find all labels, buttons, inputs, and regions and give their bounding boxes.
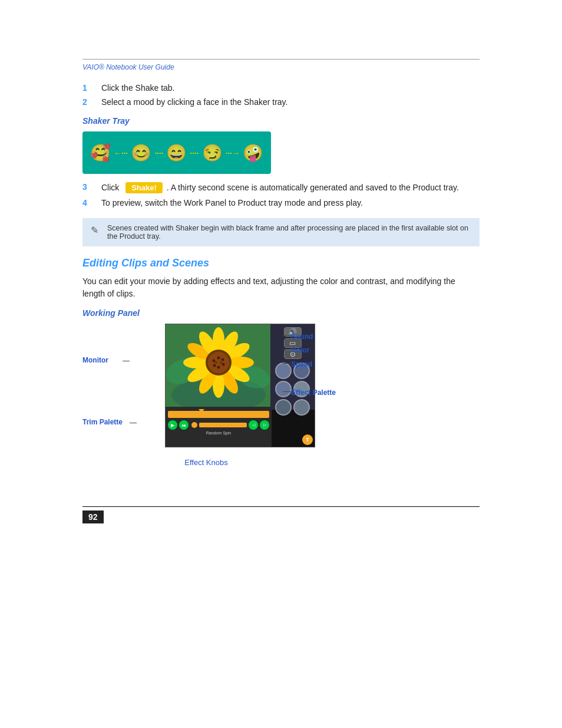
emoji-1: 🥰	[90, 143, 111, 163]
monitor-line	[123, 361, 130, 361]
effect-knobs-label: Effect Knobs	[130, 458, 283, 467]
sound-label: Sound	[291, 332, 313, 341]
monitor-label: Monitor	[82, 356, 108, 364]
sunflower-area	[166, 324, 272, 410]
step-1: 1 Click the Shake tab.	[82, 83, 480, 93]
next-button[interactable]: ⏭	[179, 420, 189, 430]
svg-point-21	[217, 366, 220, 369]
shaker-tray-image: 🥰 ←··· 😊 ···· 😄 ···· 😏 ···→ 🤪	[82, 131, 271, 174]
color-label: Color	[291, 346, 309, 354]
section-heading: Editing Clips and Scenes	[82, 257, 480, 269]
arrow-4: ···→	[226, 149, 240, 157]
shake-button[interactable]: Shake!	[125, 182, 163, 193]
effect-dot-1[interactable]	[275, 363, 292, 379]
working-panel-label: Working Panel	[82, 308, 480, 318]
svg-point-25	[220, 361, 222, 364]
step-3: 3 Click Shake! . A thirty second scene i…	[82, 182, 480, 193]
vol-up[interactable]: ▷	[260, 420, 269, 430]
progress-bar[interactable]	[199, 423, 247, 427]
trim-bar[interactable]	[168, 411, 269, 418]
emoji-3: 😄	[166, 143, 187, 163]
page-container: VAIO® Notebook User Guide 1 Click the Sh…	[0, 59, 562, 728]
play-button[interactable]: ▶	[168, 420, 177, 430]
working-panel-diagram: 🔊 ▭ ⊙	[82, 324, 480, 483]
effect-dot-6[interactable]	[293, 399, 310, 416]
note-icon: ✎	[91, 225, 103, 236]
bottom-panel: ▶ ⏭ ◁ ▷ Random Spin	[166, 407, 272, 447]
note-text: Scenes created with Shaker begin with bl…	[107, 224, 471, 241]
step-2: 2 Select a mood by clicking a face in th…	[82, 97, 480, 107]
svg-point-20	[222, 363, 225, 366]
vol-down[interactable]: ◁	[249, 420, 258, 430]
emoji-2: 😊	[131, 143, 151, 163]
wp-main-box: 🔊 ▭ ⊙	[165, 324, 315, 447]
color-line	[283, 349, 291, 350]
step-1-num: 1	[82, 83, 97, 93]
content-area: 1 Click the Shake tab. 2 Select a mood b…	[82, 83, 480, 483]
arrow-2: ····	[155, 149, 163, 157]
trim-controls: ▶ ⏭ ◁ ▷	[168, 420, 269, 430]
step-2-num: 2	[82, 97, 97, 107]
trim-palette-line	[130, 423, 137, 423]
speed-line	[283, 363, 291, 364]
emoji-4: 😏	[202, 143, 223, 163]
note-box: ✎ Scenes created with Shaker begin with …	[82, 218, 480, 246]
slider-handle[interactable]	[191, 422, 197, 428]
arrow-3: ····	[190, 149, 199, 157]
step-4: 4 To preview, switch the Work Panel to P…	[82, 198, 480, 207]
step-3-text: Click Shake! . A thirty second scene is …	[101, 182, 459, 193]
trim-palette-label: Trim Palette	[82, 418, 123, 426]
page-number: 92	[82, 510, 104, 523]
bottom-rule	[82, 506, 480, 507]
svg-point-22	[213, 364, 216, 367]
arrow-1: ←···	[114, 149, 128, 157]
step-1-text: Click the Shake tab.	[101, 83, 175, 93]
shaker-tray-label: Shaker Tray	[82, 116, 480, 126]
effect-palette-label: Effect Palette	[291, 388, 336, 397]
body-text: You can edit your movie by adding effect…	[82, 275, 480, 300]
effect-palette-line	[283, 391, 291, 392]
effect-dot-3[interactable]	[275, 381, 292, 397]
svg-point-24	[215, 361, 217, 364]
step-3-num: 3	[82, 182, 97, 192]
svg-point-18	[217, 357, 220, 360]
sunflower-svg	[166, 324, 272, 410]
speed-label: Speed	[291, 360, 312, 368]
effect-dot-5[interactable]	[275, 399, 292, 416]
corner-t-button[interactable]: T	[302, 434, 313, 445]
step-4-text: To preview, switch the Work Panel to Pro…	[101, 198, 363, 207]
step-4-num: 4	[82, 198, 97, 207]
step-2-text: Select a mood by clicking a face in the …	[101, 97, 287, 107]
steps-list: 1 Click the Shake tab. 2 Select a mood b…	[82, 83, 480, 107]
steps-list-2: 3 Click Shake! . A thirty second scene i…	[82, 182, 480, 207]
svg-point-19	[222, 358, 224, 361]
svg-point-23	[213, 360, 216, 363]
header-title: VAIO® Notebook User Guide	[82, 63, 480, 71]
svg-point-17	[208, 352, 229, 373]
sound-line	[283, 335, 291, 336]
panel-label-text: Random Spin	[168, 431, 269, 435]
emoji-5: 🤪	[243, 143, 263, 163]
top-rule	[82, 59, 480, 60]
diag-inner: 🔊 ▭ ⊙	[130, 324, 283, 453]
